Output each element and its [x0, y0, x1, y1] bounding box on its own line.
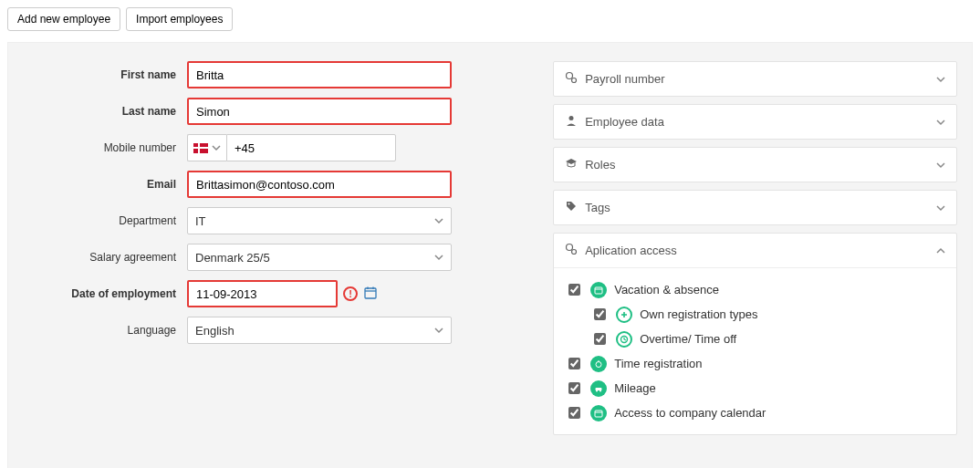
language-select[interactable]: English [187, 317, 452, 344]
access-vacation-label: Vacation & absence [614, 283, 719, 296]
employee-form: First name Last name Mobile number [23, 61, 537, 442]
panel-roles: Roles [553, 147, 957, 182]
panel-tags: Tags [553, 190, 957, 225]
panel-employee-data-header[interactable]: Employee data [554, 105, 956, 139]
access-own-registration-row: Own registration types [565, 302, 945, 327]
access-mileage-label: Mileage [614, 381, 656, 395]
svg-rect-20 [595, 411, 602, 417]
mobile-number-input[interactable] [226, 134, 396, 161]
panel-employee-data: Employee data [553, 104, 957, 140]
panel-tags-title: Tags [585, 201, 610, 214]
email-label: Email [23, 178, 187, 191]
chevron-down-icon [212, 143, 221, 152]
user-icon [565, 114, 578, 130]
top-button-bar: Add new employee Import employees [7, 7, 973, 31]
svg-point-8 [567, 244, 573, 251]
tags-icon [565, 200, 578, 215]
side-panels: Payroll number Employee data [553, 61, 957, 442]
access-vacation-checkbox[interactable] [568, 284, 580, 296]
svg-point-6 [569, 116, 574, 120]
calendar-icon[interactable] [357, 286, 384, 302]
panel-roles-header[interactable]: Roles [554, 148, 956, 182]
access-overtime-label: Overtime/ Time off [640, 332, 736, 346]
access-time-registration-row: Time registration [565, 351, 945, 376]
content-area: First name Last name Mobile number [7, 42, 973, 468]
first-name-label: First name [23, 68, 187, 81]
chevron-down-icon [434, 326, 443, 335]
gears-icon [565, 243, 578, 258]
mobile-number-label: Mobile number [23, 141, 187, 154]
calendar-icon [590, 282, 607, 298]
chevron-down-icon [936, 161, 945, 170]
department-value: IT [195, 214, 206, 228]
language-value: English [195, 324, 235, 338]
svg-point-5 [572, 78, 577, 83]
salary-agreement-value: Denmark 25/5 [195, 251, 270, 265]
salary-agreement-select[interactable]: Denmark 25/5 [187, 244, 452, 271]
panel-payroll-number: Payroll number [553, 61, 957, 97]
graduation-cap-icon [565, 157, 578, 172]
salary-agreement-label: Salary agreement [23, 251, 187, 264]
panel-application-access: Aplication access Vacation & absence [553, 233, 957, 435]
access-own-registration-checkbox[interactable] [594, 308, 606, 320]
svg-point-19 [599, 390, 601, 391]
svg-point-9 [572, 250, 577, 255]
access-vacation-row: Vacation & absence [565, 277, 945, 302]
first-name-input[interactable] [187, 61, 452, 88]
access-own-registration-label: Own registration types [640, 307, 757, 321]
access-overtime-checkbox[interactable] [594, 333, 606, 345]
svg-rect-10 [595, 287, 602, 294]
alert-icon: ! [343, 286, 358, 301]
panel-employee-data-title: Employee data [585, 115, 664, 129]
panel-payroll-number-header[interactable]: Payroll number [554, 62, 956, 96]
panel-roles-title: Roles [585, 158, 615, 172]
language-label: Language [23, 324, 187, 337]
svg-rect-0 [365, 288, 376, 298]
panel-application-access-title: Aplication access [585, 244, 676, 257]
access-mileage-row: Mileage [565, 376, 945, 400]
panel-tags-header[interactable]: Tags [554, 191, 956, 224]
chevron-down-icon [936, 203, 945, 213]
access-company-calendar-label: Access to company calendar [614, 406, 766, 420]
svg-point-4 [567, 73, 573, 79]
access-overtime-row: Overtime/ Time off [565, 327, 945, 351]
country-code-selector[interactable] [187, 134, 226, 161]
add-new-employee-button[interactable]: Add new employee [7, 7, 120, 31]
chevron-down-icon [936, 118, 945, 127]
access-company-calendar-row: Access to company calendar [565, 400, 945, 425]
denmark-flag-icon [193, 143, 208, 153]
clock-icon [616, 331, 632, 348]
department-select[interactable]: IT [187, 207, 452, 234]
access-time-registration-label: Time registration [614, 357, 702, 370]
svg-point-18 [596, 390, 598, 391]
department-label: Department [23, 214, 187, 227]
application-access-body: Vacation & absence Own registration type… [554, 267, 956, 434]
svg-point-15 [596, 361, 601, 367]
chevron-down-icon [434, 253, 443, 262]
email-input[interactable] [187, 171, 452, 198]
stopwatch-icon [590, 356, 607, 372]
panel-application-access-header[interactable]: Aplication access [554, 234, 956, 267]
access-time-registration-checkbox[interactable] [568, 358, 580, 369]
chevron-up-icon [936, 246, 945, 255]
date-of-employment-group [187, 280, 338, 307]
panel-payroll-number-title: Payroll number [585, 72, 664, 86]
chevron-down-icon [434, 216, 443, 225]
last-name-label: Last name [23, 105, 187, 118]
plus-icon [616, 307, 632, 323]
import-employees-button[interactable]: Import employees [126, 7, 233, 31]
gears-icon [565, 71, 578, 87]
svg-point-7 [568, 203, 570, 205]
car-icon [590, 380, 607, 397]
calendar-icon [590, 405, 607, 421]
access-company-calendar-checkbox[interactable] [568, 407, 580, 419]
last-name-input[interactable] [187, 98, 452, 125]
date-of-employment-input[interactable] [189, 282, 357, 306]
chevron-down-icon [936, 75, 945, 84]
svg-rect-17 [596, 388, 602, 390]
access-mileage-checkbox[interactable] [568, 382, 580, 394]
date-of-employment-label: Date of employment [23, 287, 187, 300]
